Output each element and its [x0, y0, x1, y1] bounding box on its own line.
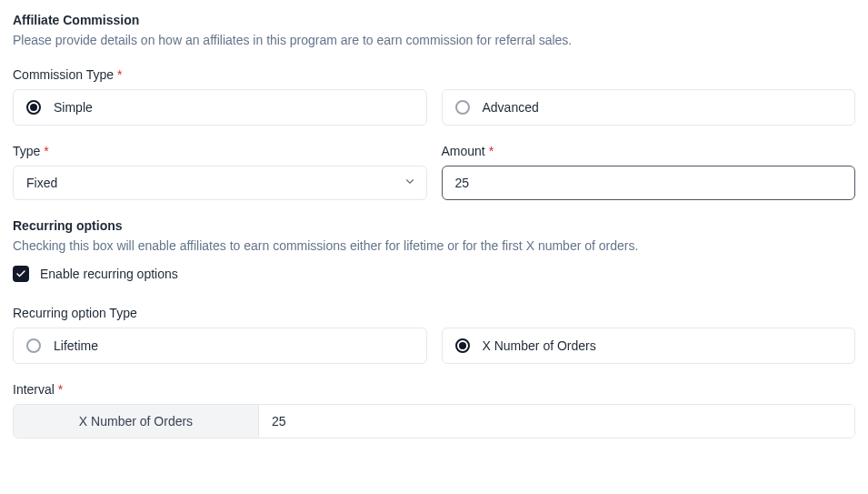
radio-icon [26, 100, 41, 115]
recurring-title: Recurring options [13, 218, 855, 233]
commission-type-label: Commission Type * [13, 67, 855, 82]
check-icon [15, 268, 26, 279]
commission-type-advanced-radio[interactable]: Advanced [442, 89, 856, 126]
interval-label-text: Interval [13, 382, 55, 397]
enable-recurring-label: Enable recurring options [40, 267, 178, 281]
interval-input[interactable] [259, 405, 854, 438]
commission-type-label-text: Commission Type [13, 67, 114, 82]
required-indicator: * [58, 382, 63, 397]
radio-label: Lifetime [54, 338, 98, 353]
type-select[interactable]: Fixed [13, 166, 427, 200]
radio-label: X Number of Orders [483, 338, 596, 353]
recurring-type-label: Recurring option Type [13, 306, 855, 320]
amount-label-text: Amount [442, 144, 485, 158]
radio-label: Simple [54, 100, 93, 115]
recurring-type-xorders-radio[interactable]: X Number of Orders [442, 328, 856, 364]
section-title: Affiliate Commission [13, 13, 855, 27]
required-indicator: * [117, 67, 122, 82]
affiliate-commission-section: Affiliate Commission Please provide deta… [13, 13, 855, 439]
enable-recurring-checkbox[interactable] [13, 266, 29, 282]
required-indicator: * [489, 144, 494, 158]
type-label-text: Type [13, 144, 40, 158]
radio-icon [26, 338, 41, 353]
interval-input-group: X Number of Orders [13, 404, 855, 439]
amount-label: Amount * [442, 144, 856, 158]
radio-icon [455, 100, 470, 115]
radio-icon [455, 338, 470, 353]
section-description: Please provide details on how an affilia… [13, 33, 855, 47]
required-indicator: * [44, 144, 48, 158]
amount-input[interactable] [442, 166, 856, 200]
recurring-description: Checking this box will enable affiliates… [13, 238, 855, 253]
interval-label: Interval * [13, 382, 855, 397]
recurring-type-lifetime-radio[interactable]: Lifetime [13, 328, 427, 364]
interval-addon: X Number of Orders [14, 405, 259, 438]
radio-label: Advanced [483, 100, 539, 115]
commission-type-simple-radio[interactable]: Simple [13, 89, 427, 126]
type-label: Type * [13, 144, 427, 158]
